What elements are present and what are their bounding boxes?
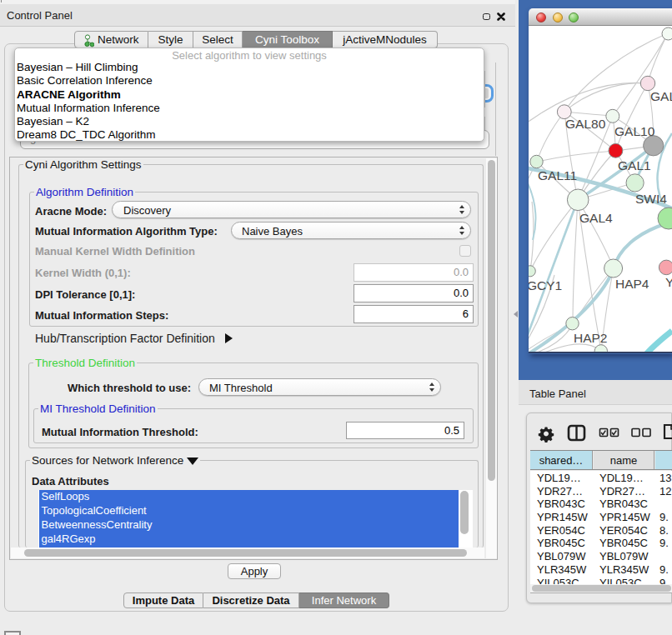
svg-text:GAL10: GAL10 [614, 124, 655, 138]
svg-text:GAL7: GAL7 [650, 89, 672, 103]
svg-text:YB: YB [665, 275, 672, 289]
svg-text:HAP2: HAP2 [574, 331, 608, 345]
svg-text:SWI4: SWI4 [635, 192, 667, 206]
svg-text:GAL11: GAL11 [538, 168, 577, 182]
svg-text:GCY1: GCY1 [529, 278, 562, 292]
svg-text:GAL4: GAL4 [579, 211, 613, 225]
svg-text:GAL1: GAL1 [618, 158, 651, 172]
svg-text:GAL80: GAL80 [565, 117, 606, 131]
svg-text:HAP4: HAP4 [615, 277, 649, 291]
